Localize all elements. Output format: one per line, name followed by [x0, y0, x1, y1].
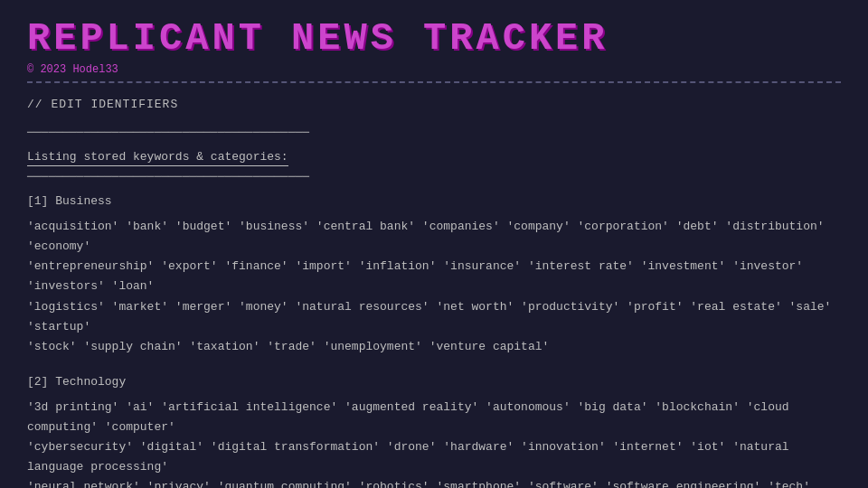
keyword-line-1-3: 'logistics' 'market' 'merger' 'money' 'n…: [27, 297, 841, 337]
keyword-line-1-2: 'entrepreneurship' 'export' 'finance' 'i…: [27, 257, 841, 296]
app-title: REPLICANT NEWS TRACKER: [27, 18, 841, 60]
category-block-2: [2] Technology'3d printing' 'ai' 'artifi…: [27, 375, 841, 488]
keyword-line-1-1: 'acquisition' 'bank' 'budget' 'business'…: [27, 217, 841, 257]
categories-list: [1] Business'acquisition' 'bank' 'budget…: [27, 194, 841, 488]
category-title-2: [2] Technology: [27, 375, 841, 389]
title-block: REPLICANT NEWS TRACKER © 2023 Hodel33: [27, 18, 841, 83]
app-container: REPLICANT NEWS TRACKER © 2023 Hodel33 //…: [27, 18, 841, 488]
keyword-line-2-2: 'cybersecurity' 'digital' 'digital trans…: [27, 437, 841, 477]
edit-label: // EDIT IDENTIFIERS: [27, 98, 841, 111]
listing-label: Listing stored keywords & categories:: [27, 150, 288, 166]
copyright-text: © 2023 Hodel33: [27, 63, 841, 76]
edit-section: // EDIT IDENTIFIERS ────────────────────…: [27, 98, 841, 183]
keyword-line-1-4: 'stock' 'supply chain' 'taxation' 'trade…: [27, 337, 841, 357]
keyword-line-2-3: 'neural network' 'privacy' 'quantum comp…: [27, 477, 841, 488]
header-divider: [27, 81, 841, 83]
edit-divider: ────────────────────────────────────────: [27, 126, 841, 139]
keywords-1: 'acquisition' 'bank' 'budget' 'business'…: [27, 217, 841, 357]
category-block-1: [1] Business'acquisition' 'bank' 'budget…: [27, 194, 841, 357]
keywords-2: '3d printing' 'ai' 'artificial intellige…: [27, 398, 841, 488]
listing-divider: ────────────────────────────────────────: [27, 170, 841, 183]
category-title-1: [1] Business: [27, 194, 841, 208]
keyword-line-2-1: '3d printing' 'ai' 'artificial intellige…: [27, 398, 841, 437]
